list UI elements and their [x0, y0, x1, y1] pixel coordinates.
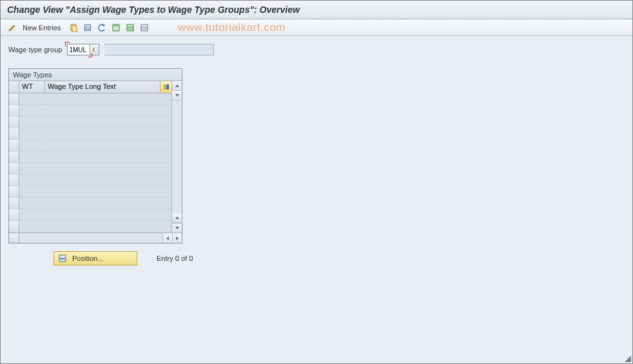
table-row: [9, 93, 171, 105]
f4-input-wrapper: [67, 44, 99, 55]
cell-longtext[interactable]: [45, 140, 171, 151]
content-area: Wage type group Wage Types WT Wage Type …: [1, 36, 632, 363]
row-selector[interactable]: [9, 175, 19, 186]
scroll-right-button[interactable]: [172, 233, 182, 243]
cell-longtext[interactable]: [45, 209, 171, 220]
table-row: [9, 175, 171, 186]
table-row: [9, 163, 171, 175]
deselect-all-icon[interactable]: [138, 21, 151, 34]
position-button[interactable]: Position...: [54, 251, 137, 265]
hscroll-corner: [9, 233, 19, 243]
cell-wt[interactable]: [19, 140, 45, 151]
wage-type-group-row: Wage type group: [8, 44, 625, 55]
select-all-column[interactable]: [9, 81, 19, 93]
table-row: [9, 186, 171, 198]
cell-wt[interactable]: [19, 117, 45, 128]
change-icon[interactable]: [6, 21, 19, 34]
row-selector[interactable]: [9, 209, 19, 220]
scroll-track[interactable]: [172, 101, 182, 213]
scroll-up-button-2[interactable]: [172, 213, 182, 223]
cell-wt[interactable]: [19, 221, 45, 232]
table-row: [9, 128, 171, 140]
select-all-icon[interactable]: [110, 21, 122, 34]
row-selector[interactable]: [9, 221, 19, 232]
scroll-left-button[interactable]: [162, 233, 172, 243]
column-header-wt[interactable]: WT: [19, 81, 45, 93]
row-selector[interactable]: [9, 128, 19, 139]
table-row: [9, 221, 171, 233]
row-selector[interactable]: [9, 140, 19, 151]
table-row: [9, 117, 171, 128]
row-selector[interactable]: [9, 198, 19, 209]
title-bar: Change View "Assign Wage Types to Wage T…: [1, 1, 632, 19]
scroll-up-button[interactable]: [172, 81, 182, 91]
svg-rect-18: [59, 258, 66, 260]
table-settings-button[interactable]: [160, 81, 171, 93]
table-row: [9, 209, 171, 221]
undo-icon[interactable]: [95, 21, 108, 34]
delete-icon[interactable]: [81, 21, 94, 34]
hscroll-track[interactable]: [19, 233, 182, 243]
cell-longtext[interactable]: [45, 117, 171, 128]
wage-type-group-label: Wage type group: [8, 46, 62, 53]
svg-rect-7: [127, 24, 133, 31]
panel-title: Wage Types: [9, 69, 182, 81]
cell-longtext[interactable]: [45, 93, 171, 104]
cell-wt[interactable]: [19, 175, 45, 186]
new-entries-button[interactable]: New Entries: [20, 24, 66, 32]
cell-longtext[interactable]: [45, 198, 171, 209]
vertical-scrollbar: [171, 81, 182, 233]
svg-rect-14: [95, 48, 97, 52]
row-selector[interactable]: [9, 93, 19, 104]
f4-help-button[interactable]: [90, 44, 99, 55]
cell-wt[interactable]: [19, 186, 45, 197]
column-header-longtext[interactable]: Wage Type Long Text: [45, 81, 160, 93]
svg-rect-13: [93, 48, 94, 52]
cell-longtext[interactable]: [45, 105, 171, 116]
table-grid: WT Wage Type Long Text: [9, 81, 182, 233]
horizontal-scrollbar: [9, 233, 182, 243]
watermark-text: www.tutorialkart.com: [178, 21, 286, 34]
resize-handle[interactable]: [623, 354, 631, 362]
row-selector[interactable]: [9, 105, 19, 116]
wage-type-group-desc: [104, 44, 214, 55]
footer-row: Position... Entry 0 of 0: [54, 251, 625, 265]
svg-rect-1: [72, 26, 77, 32]
wage-type-group-input[interactable]: [67, 44, 90, 55]
cell-longtext[interactable]: [45, 151, 171, 162]
table-row: [9, 151, 171, 163]
cell-longtext[interactable]: [45, 128, 171, 139]
entry-counter: Entry 0 of 0: [157, 254, 193, 262]
table-row: [9, 140, 171, 151]
position-icon: [58, 254, 67, 263]
select-block-icon[interactable]: [124, 21, 137, 34]
cell-longtext[interactable]: [45, 221, 171, 232]
scroll-down-button[interactable]: [172, 91, 182, 101]
cell-wt[interactable]: [19, 128, 45, 139]
cell-wt[interactable]: [19, 163, 45, 174]
table-header: WT Wage Type Long Text: [9, 81, 171, 93]
row-selector[interactable]: [9, 186, 19, 197]
svg-rect-10: [141, 24, 148, 31]
cell-wt[interactable]: [19, 151, 45, 162]
app-toolbar: New Entries: [1, 19, 632, 36]
cell-wt[interactable]: [19, 93, 45, 104]
svg-rect-2: [85, 24, 91, 30]
cell-longtext[interactable]: [45, 186, 171, 197]
row-selector[interactable]: [9, 163, 19, 174]
cell-longtext[interactable]: [45, 175, 171, 186]
cell-wt[interactable]: [19, 198, 45, 209]
copy-icon[interactable]: [67, 21, 80, 34]
scroll-down-button-2[interactable]: [172, 223, 182, 233]
row-selector[interactable]: [9, 117, 19, 128]
cell-longtext[interactable]: [45, 163, 171, 174]
cell-wt[interactable]: [19, 105, 45, 116]
cell-wt[interactable]: [19, 209, 45, 220]
row-selector[interactable]: [9, 151, 19, 162]
svg-rect-16: [166, 84, 169, 90]
page-title: Change View "Assign Wage Types to Wage T…: [7, 5, 300, 15]
svg-rect-6: [113, 24, 119, 26]
wage-types-panel: Wage Types WT Wage Type Long Text: [8, 68, 182, 244]
table-row: [9, 105, 171, 117]
table-row: [9, 198, 171, 209]
